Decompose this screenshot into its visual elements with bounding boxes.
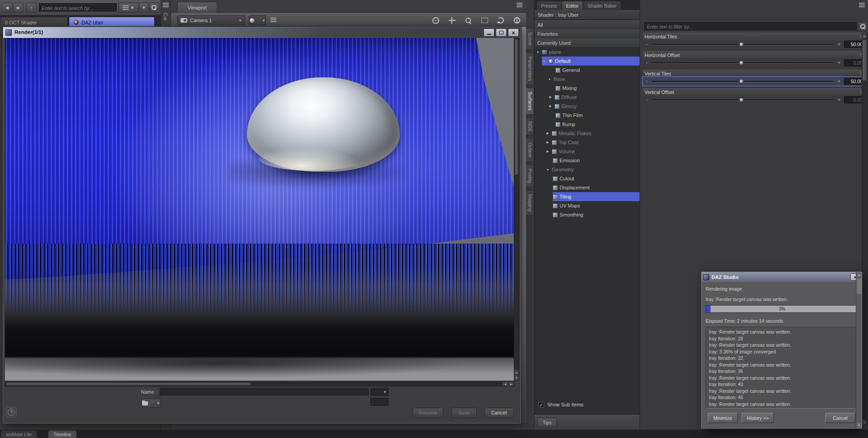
expand-arrow-icon[interactable] bbox=[545, 168, 550, 171]
dock-tab[interactable]: NGE bbox=[526, 118, 534, 136]
render-window-titlebar[interactable]: Render(1/1) × bbox=[3, 27, 521, 38]
zoom-button[interactable] bbox=[463, 15, 474, 26]
filter-search-button[interactable] bbox=[858, 22, 868, 31]
expand-arrow-icon[interactable] bbox=[545, 141, 550, 144]
tree-row[interactable]: Favorites bbox=[535, 29, 640, 38]
slider-plus-button[interactable]: + bbox=[836, 41, 842, 47]
render-vertical-scrollbar[interactable]: ▲ ▼ bbox=[514, 38, 519, 381]
scrollbar-thumb[interactable] bbox=[6, 382, 251, 386]
left-dock-tab[interactable]: Cor bbox=[163, 13, 168, 21]
help-button[interactable]: ? bbox=[6, 407, 17, 418]
bottom-tab[interactable]: aniMate Lite bbox=[1, 430, 37, 438]
tips-button[interactable]: Tips bbox=[537, 418, 557, 427]
dock-tab[interactable]: Surfaces bbox=[526, 88, 534, 114]
dock-tab[interactable]: Shaping bbox=[526, 190, 534, 216]
dropdown-button[interactable]: ▼ bbox=[139, 3, 148, 13]
orbit-button[interactable] bbox=[430, 15, 441, 26]
tree-row[interactable]: UV Maps bbox=[535, 201, 640, 210]
camera-select[interactable]: Camera 1 ▼ bbox=[177, 15, 245, 25]
tree-row[interactable]: Currently Used bbox=[535, 38, 640, 47]
scroll-up-button[interactable]: ▲ bbox=[857, 272, 862, 278]
slider-minus-button[interactable]: - bbox=[644, 41, 650, 47]
scrollbar-thumb[interactable] bbox=[857, 278, 862, 294]
scroll-up-button[interactable]: ▲ bbox=[514, 370, 519, 375]
cancel-button[interactable]: Cancel bbox=[484, 408, 513, 418]
tree-row[interactable]: Cutout bbox=[535, 174, 640, 183]
scroll-left-button[interactable]: ◀ bbox=[503, 382, 508, 386]
tree-row[interactable]: Emission bbox=[535, 156, 640, 165]
tree-row[interactable]: Top Coat bbox=[535, 138, 640, 147]
tree-row[interactable]: Bump bbox=[535, 120, 640, 129]
slider-plus-button[interactable]: + bbox=[836, 97, 842, 103]
back-button[interactable]: ◀ bbox=[2, 3, 12, 13]
tab-daz-uber[interactable]: DAZ Uber bbox=[69, 17, 155, 28]
slider-thumb[interactable] bbox=[739, 98, 744, 102]
maximize-button[interactable] bbox=[496, 28, 507, 37]
tab-viewport[interactable]: Viewport bbox=[177, 2, 217, 13]
filter-input[interactable] bbox=[644, 22, 857, 31]
viewport-menu-icon[interactable] bbox=[517, 3, 522, 8]
scrollbar-thumb[interactable] bbox=[863, 40, 867, 80]
tree-row[interactable]: Metallic Flakes bbox=[535, 129, 640, 138]
minimize-dialog-button[interactable]: Minimize bbox=[708, 413, 738, 423]
slider-track[interactable] bbox=[652, 81, 834, 82]
history-button[interactable]: History >> bbox=[742, 413, 774, 423]
parameter-slider[interactable]: - + 50.00 bbox=[643, 40, 866, 49]
expand-arrow-icon[interactable] bbox=[548, 104, 553, 108]
tree-row[interactable]: Tiling bbox=[535, 192, 640, 201]
slider-plus-button[interactable]: + bbox=[836, 78, 842, 85]
scroll-up-button[interactable]: ▲ bbox=[862, 33, 867, 38]
scrollbar-thumb[interactable] bbox=[515, 39, 518, 175]
value-box[interactable] bbox=[370, 398, 389, 406]
resume-button[interactable]: Resume bbox=[413, 408, 443, 418]
tree-row[interactable]: Thin Film bbox=[535, 111, 640, 120]
scroll-down-button[interactable]: ▼ bbox=[862, 420, 867, 425]
tree-row[interactable]: General bbox=[535, 66, 640, 75]
scroll-down-button[interactable]: ▼ bbox=[857, 423, 862, 428]
expand-arrow-icon[interactable] bbox=[545, 150, 550, 153]
dialog-titlebar[interactable]: DAZ Studio bbox=[702, 272, 862, 282]
parameter-slider[interactable]: - + 0.00 bbox=[643, 58, 866, 67]
tree-row[interactable]: Volume bbox=[535, 147, 640, 156]
viewport-options-icon[interactable] bbox=[270, 18, 276, 23]
slider-thumb[interactable] bbox=[739, 79, 744, 84]
scroll-right-button[interactable]: ▶ bbox=[508, 382, 514, 386]
expand-arrow-icon[interactable] bbox=[545, 132, 550, 135]
slider-thumb[interactable] bbox=[739, 61, 744, 65]
tab-editor[interactable]: Editor bbox=[562, 1, 583, 10]
close-button[interactable]: × bbox=[508, 28, 519, 37]
tab-oct-shader[interactable]: 0 OCT Shader bbox=[0, 17, 68, 28]
dock-tab[interactable]: Scene bbox=[526, 28, 534, 50]
slider-plus-button[interactable]: + bbox=[836, 60, 842, 66]
editor-scrollbar[interactable]: ▲ ▼ bbox=[862, 33, 868, 425]
scroll-down-button[interactable]: ▼ bbox=[514, 375, 519, 380]
bottom-tab[interactable]: Timeline bbox=[48, 430, 76, 438]
slider-track[interactable] bbox=[652, 44, 834, 45]
folder-button[interactable]: ▼ bbox=[142, 399, 161, 408]
minimize-button[interactable] bbox=[484, 28, 494, 37]
slider-minus-button[interactable]: - bbox=[644, 78, 650, 85]
slider-thumb[interactable] bbox=[739, 42, 744, 47]
log-scrollbar[interactable]: ▲ ▼ bbox=[856, 272, 862, 428]
filter-preset-button[interactable]: ▼ bbox=[119, 3, 138, 13]
dock-tab[interactable]: Octane bbox=[526, 138, 534, 162]
show-sub-items-checkbox[interactable]: ✓ bbox=[538, 402, 544, 408]
cancel-render-button[interactable]: Cancel bbox=[825, 413, 855, 423]
expand-arrow-icon[interactable] bbox=[547, 78, 552, 81]
panel-menu-icon[interactable] bbox=[859, 3, 865, 8]
show-sub-items-row[interactable]: ✓ Show Sub Items bbox=[535, 399, 640, 410]
up-button[interactable]: ↑ bbox=[26, 3, 37, 13]
panel-menu-icon[interactable] bbox=[163, 3, 169, 8]
parameter-slider[interactable]: - + 0.00 bbox=[643, 95, 866, 104]
drawstyle-button[interactable]: ▼ bbox=[249, 15, 266, 25]
tree-row[interactable]: plane bbox=[535, 47, 640, 57]
tree-row[interactable]: Base bbox=[535, 75, 640, 84]
slider-minus-button[interactable]: - bbox=[644, 60, 650, 66]
frame-button[interactable] bbox=[479, 15, 490, 26]
slider-track[interactable] bbox=[652, 62, 834, 64]
search-button[interactable] bbox=[149, 3, 159, 13]
tree-row[interactable]: Mixing bbox=[535, 84, 640, 93]
tab-presets[interactable]: Presets bbox=[537, 1, 561, 10]
tab-shader-baker[interactable]: Shader Baker bbox=[583, 1, 621, 10]
slider-track[interactable] bbox=[652, 99, 834, 101]
